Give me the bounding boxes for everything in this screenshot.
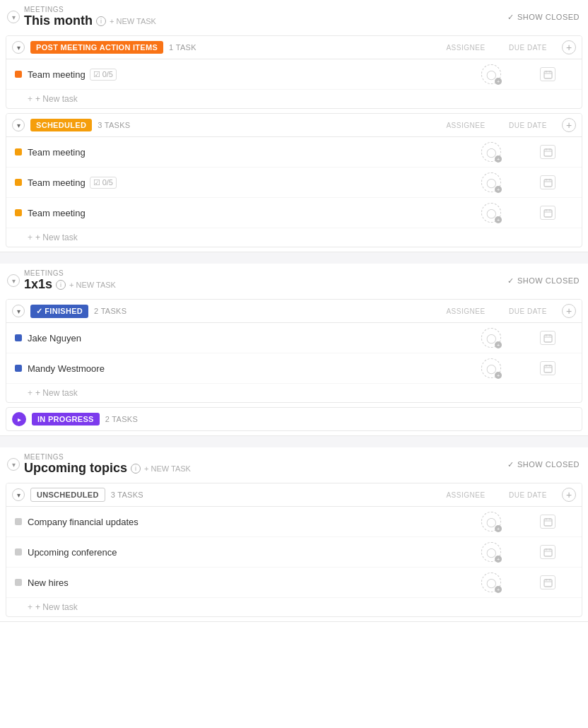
section-header-this-month: ▾ Meetings This month i + NEW TASK ✓ SHO… xyxy=(0,0,588,31)
assignee-avatar[interactable]: ◯ + xyxy=(481,358,501,378)
task-row: New hires ◯ + xyxy=(6,568,582,598)
task-name-text[interactable]: New hires xyxy=(28,577,69,588)
add-column-btn[interactable]: + xyxy=(562,304,576,318)
new-task-label: + New task xyxy=(35,388,78,398)
tasks-count: 1 TASK xyxy=(169,43,196,52)
due-col-label: DUE DATE xyxy=(500,491,556,499)
assignee-avatar[interactable]: ◯ + xyxy=(481,64,501,84)
add-assignee-icon: + xyxy=(495,155,502,163)
chevron-down-icon: ▾ xyxy=(17,491,20,499)
show-closed-btn[interactable]: ✓ SHOW CLOSED xyxy=(507,13,580,22)
subtask-count: 0/5 xyxy=(102,70,113,78)
due-date-picker[interactable] xyxy=(540,575,555,589)
task-name: Upcoming conference xyxy=(28,547,463,558)
new-task-link[interactable]: + NEW TASK xyxy=(144,464,191,473)
task-name-text[interactable]: Team meeting xyxy=(28,147,86,158)
add-assignee-icon: + xyxy=(495,586,502,593)
task-row: Jake Nguyen ◯ + xyxy=(6,323,582,353)
task-name-text[interactable]: Jake Nguyen xyxy=(28,333,81,344)
assignee-col-label: ASSIGNEE xyxy=(437,307,494,315)
section-title: 1x1s xyxy=(24,277,52,292)
task-name: Company financial updates xyxy=(28,517,463,527)
due-date-picker[interactable] xyxy=(540,515,555,529)
task-name: Team meeting xyxy=(28,147,463,158)
new-task-row[interactable]: + + New task xyxy=(6,90,582,108)
add-column-btn[interactable]: + xyxy=(562,118,576,132)
add-column-btn[interactable]: + xyxy=(562,488,576,502)
add-column-btn[interactable]: + xyxy=(562,40,576,54)
group-collapse-btn[interactable]: ▾ xyxy=(12,305,25,317)
task-name-text[interactable]: Mandy Westmoore xyxy=(28,363,105,374)
due-date-picker[interactable] xyxy=(540,175,555,189)
due-date-picker[interactable] xyxy=(540,331,555,345)
assignee-avatar[interactable]: ◯ + xyxy=(481,542,501,562)
new-task-label: + New task xyxy=(35,233,78,242)
chevron-down-icon: ▾ xyxy=(17,307,20,315)
subtask-check-icon: ☑ xyxy=(93,70,100,79)
section-collapse-btn[interactable]: ▾ xyxy=(7,458,20,471)
assignee-avatar[interactable]: ◯ + xyxy=(481,172,501,192)
show-closed-btn[interactable]: ✓ SHOW CLOSED xyxy=(507,276,580,286)
task-name: Team meeting xyxy=(28,208,463,218)
subtask-check-icon: ☑ xyxy=(93,178,100,187)
assignee-avatar[interactable]: ◯ + xyxy=(481,573,501,592)
group-collapse-btn[interactable]: ▾ xyxy=(12,488,25,501)
tasks-count: 3 TASKS xyxy=(111,491,143,499)
task-name-text[interactable]: Upcoming conference xyxy=(28,547,117,558)
new-task-row[interactable]: + + New task xyxy=(6,228,582,247)
new-task-link[interactable]: + NEW TASK xyxy=(69,281,116,289)
svg-rect-16 xyxy=(544,335,552,342)
group-unscheduled: ▾ UNSCHEDULED 3 TASKS ASSIGNEE DUE DATE … xyxy=(6,483,582,617)
svg-rect-4 xyxy=(544,149,552,156)
due-date-picker[interactable] xyxy=(540,67,555,81)
section-collapse-btn[interactable]: ▾ xyxy=(7,274,20,287)
group-header-finished: ▾ ✓FINISHED 2 TASKS ASSIGNEE DUE DATE + xyxy=(6,300,582,323)
task-name-text[interactable]: Team meeting xyxy=(28,208,86,218)
new-task-link[interactable]: + NEW TASK xyxy=(110,17,156,25)
task-color-dot xyxy=(15,71,22,78)
group-scheduled: ▾ SCHEDULED 3 TASKS ASSIGNEE DUE DATE + … xyxy=(6,113,582,247)
check-icon: ✓ xyxy=(507,276,514,286)
assignee-avatar[interactable]: ◯ + xyxy=(481,328,501,348)
new-task-row[interactable]: + + New task xyxy=(6,384,582,402)
group-collapse-btn[interactable]: ▾ xyxy=(12,41,25,54)
info-icon[interactable]: i xyxy=(96,16,106,26)
svg-rect-8 xyxy=(544,180,552,187)
chevron-down-icon: ▾ xyxy=(12,461,16,469)
due-date-picker[interactable] xyxy=(540,206,555,220)
new-task-label: + New task xyxy=(35,602,78,612)
task-color-dot xyxy=(15,148,22,155)
task-name-text[interactable]: Team meeting xyxy=(28,177,86,188)
info-icon[interactable]: i xyxy=(131,464,141,474)
due-date-picker[interactable] xyxy=(540,361,555,375)
group-collapse-btn[interactable]: ▾ xyxy=(12,119,25,131)
add-assignee-icon: + xyxy=(495,186,502,193)
task-name-text[interactable]: Team meeting xyxy=(28,69,86,80)
assignee-avatar[interactable]: ◯ + xyxy=(481,512,501,532)
new-task-row[interactable]: + + New task xyxy=(6,598,582,616)
task-name: Jake Nguyen xyxy=(28,333,463,344)
group-badge: ✓FINISHED xyxy=(30,305,88,318)
tasks-count: 2 TASKS xyxy=(94,307,127,315)
group-in-progress: ▸ IN PROGRESS 2 TASKS xyxy=(6,407,582,431)
assignee-avatar[interactable]: ◯ + xyxy=(481,203,501,223)
assignee-avatar[interactable]: ◯ + xyxy=(481,142,501,162)
due-date-picker[interactable] xyxy=(540,545,555,559)
task-name: Team meeting ☑0/5 xyxy=(28,69,463,81)
add-assignee-icon: + xyxy=(495,341,502,348)
chevron-down-icon: ▾ xyxy=(17,44,20,52)
section-collapse-btn[interactable]: ▾ xyxy=(7,11,20,23)
tasks-count: 3 TASKS xyxy=(98,121,130,129)
due-date-picker[interactable] xyxy=(540,145,555,159)
show-closed-btn[interactable]: ✓ SHOW CLOSED xyxy=(507,460,580,469)
in-progress-expand-btn[interactable]: ▸ xyxy=(12,412,26,426)
chevron-down-icon: ▾ xyxy=(12,277,16,285)
info-icon[interactable]: i xyxy=(56,280,66,290)
due-col-label: DUE DATE xyxy=(500,122,556,129)
task-row: Team meeting ☑0/5 ◯ + xyxy=(6,168,582,198)
svg-rect-20 xyxy=(544,365,552,372)
task-name-text[interactable]: Company financial updates xyxy=(28,517,139,527)
task-color-dot xyxy=(15,579,22,586)
task-name: Mandy Westmoore xyxy=(28,363,463,374)
svg-rect-28 xyxy=(544,549,552,556)
